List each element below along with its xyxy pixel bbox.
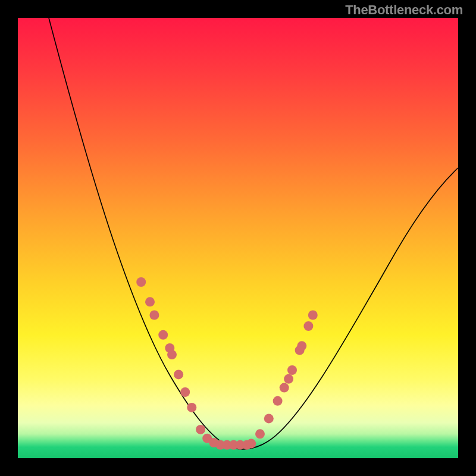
curve-marker	[280, 383, 289, 393]
curve-marker	[246, 439, 256, 449]
curve-marker	[158, 330, 168, 340]
curve-marker	[174, 369, 183, 379]
plot-area	[18, 18, 458, 458]
curve-marker	[145, 297, 155, 306]
curve-marker	[297, 341, 306, 350]
watermark-text: TheBottleneck.com	[345, 2, 463, 18]
curve-marker	[273, 396, 283, 406]
curve-marker	[149, 311, 159, 320]
curve-marker	[136, 277, 146, 287]
curve-marker	[308, 311, 318, 320]
curve-marker	[187, 403, 196, 412]
chart-border-bottom	[0, 458, 476, 476]
bottleneck-curve	[49, 18, 458, 449]
curve-marker	[287, 365, 297, 375]
chart-border-left	[0, 0, 18, 476]
curve-marker	[180, 387, 190, 397]
curve-marker	[167, 350, 177, 359]
curve-marker	[264, 414, 274, 423]
curve-marker	[284, 374, 293, 384]
chart-border-right	[458, 0, 476, 476]
curve-marker	[255, 429, 265, 439]
curve-marker	[303, 321, 313, 331]
curve-marker	[196, 425, 205, 434]
chart-svg	[18, 18, 458, 458]
